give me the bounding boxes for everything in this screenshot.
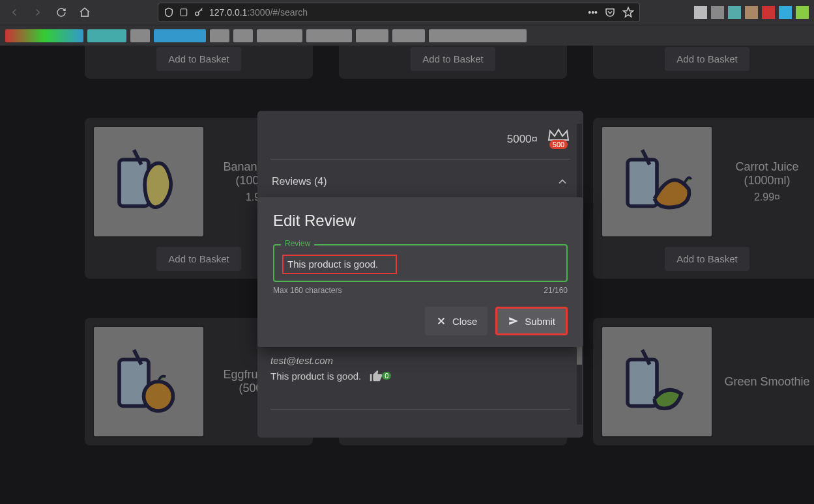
crown-icon: 500 (547, 131, 570, 148)
svg-point-1 (196, 12, 199, 15)
review-item: test@test.com This product is good. 0 (270, 355, 570, 383)
toolbar-right (694, 6, 809, 19)
like-button[interactable]: 0 (369, 369, 391, 383)
home-button[interactable] (76, 3, 94, 21)
reviews-header[interactable]: Reviews (4) (270, 171, 570, 192)
reload-button[interactable] (52, 3, 70, 21)
forward-button[interactable] (29, 3, 47, 21)
thumbs-up-icon (369, 369, 383, 383)
panel-price: 5000¤ (507, 133, 538, 146)
shield-icon (164, 7, 174, 18)
review-author: test@test.com (270, 355, 570, 366)
svg-rect-0 (181, 9, 186, 16)
like-count: 0 (382, 372, 391, 380)
chevron-up-icon (556, 175, 569, 188)
url-bar[interactable]: 127.0.0.1:3000/#/search ••• (158, 3, 640, 22)
star-icon[interactable] (622, 7, 634, 18)
review-field[interactable]: Review (273, 244, 568, 282)
browser-toolbar: 127.0.0.1:3000/#/search ••• (0, 0, 814, 25)
edit-review-modal: Edit Review Review Max 160 characters 21… (257, 197, 583, 347)
crown-badge: 500 (549, 140, 568, 149)
page-icon (179, 8, 188, 17)
modal-title: Edit Review (273, 212, 568, 230)
field-label: Review (281, 239, 314, 248)
close-icon (435, 315, 447, 327)
pocket-icon[interactable] (604, 7, 616, 18)
field-helper: Max 160 characters (273, 286, 342, 295)
char-counter: 21/160 (544, 286, 568, 295)
close-button[interactable]: Close (425, 307, 487, 335)
review-text: This product is good. (270, 371, 361, 382)
review-input[interactable] (287, 259, 392, 270)
send-icon (508, 315, 519, 327)
submit-button[interactable]: Submit (495, 307, 568, 335)
bookmarks-bar (0, 25, 814, 46)
key-icon (194, 7, 204, 18)
back-button[interactable] (5, 3, 23, 21)
url-text: 127.0.0.1:3000/#/search (209, 7, 308, 18)
more-icon[interactable]: ••• (588, 7, 598, 18)
